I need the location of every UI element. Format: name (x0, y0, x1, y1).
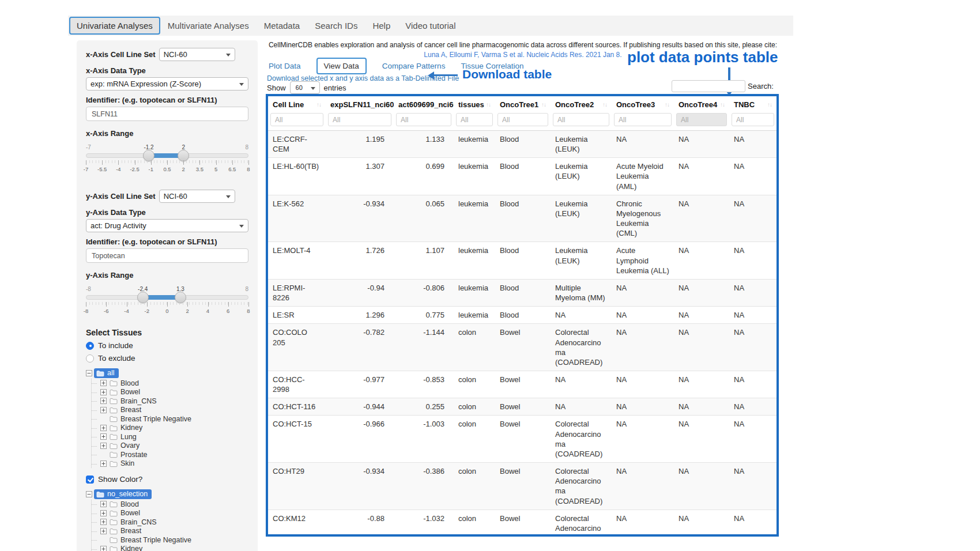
tree-item-breast-triple-negative[interactable]: Breast Triple Negative (100, 535, 248, 545)
cell-onco2: NA (551, 371, 612, 398)
tree-root-node-all[interactable]: all (94, 368, 119, 378)
expand-icon[interactable] (100, 380, 107, 386)
slider-handle-to[interactable] (175, 292, 186, 303)
column-filter-input[interactable] (396, 113, 451, 126)
table-row[interactable]: CO:HCT-15-0.966-1.003colonBowelColorecta… (268, 416, 777, 463)
expand-icon[interactable] (100, 389, 107, 395)
tree-item-breast[interactable]: Breast (100, 406, 248, 415)
column-filter-input[interactable] (270, 113, 323, 126)
table-row[interactable]: LE:SR1.2960.775leukemiaBloodNANANANA (268, 307, 777, 324)
tab-plot-data[interactable]: Plot Data (269, 62, 301, 70)
column-filter-input[interactable] (553, 113, 609, 126)
y-identifier-input[interactable] (86, 248, 248, 263)
table-row[interactable]: CO:KM12-0.88-1.032colonBowelColorectal A… (268, 510, 777, 537)
expand-icon[interactable] (100, 546, 107, 551)
table-row[interactable]: CO:HT29-0.934-0.386colonBowelColorectal … (268, 463, 777, 510)
tree-item-kidney[interactable]: Kidney (100, 545, 248, 551)
sort-icon[interactable]: ↑↓ (665, 101, 669, 108)
entries-select[interactable]: 60 (291, 82, 319, 93)
expand-icon[interactable] (100, 461, 107, 467)
column-filter-input[interactable] (614, 113, 672, 126)
tree-item-prostate[interactable]: Prostate (100, 450, 248, 459)
column-header-tnbc[interactable]: ↑↓TNBC (729, 96, 777, 112)
table-row[interactable]: CO:HCT-116-0.9440.255colonBowelNANANANA (268, 398, 777, 416)
x-data-type-select[interactable]: exp: mRNA Expression (Z-Score) (86, 78, 248, 90)
table-row[interactable]: CO:HCC-2998-0.977-0.853colonBowelNANANAN… (268, 371, 777, 398)
sort-icon[interactable]: ↑↓ (602, 101, 607, 108)
tree-item-bowel[interactable]: Bowel (100, 509, 248, 518)
cell-onco3: NA (612, 307, 674, 324)
search-input[interactable] (672, 80, 745, 92)
expand-icon[interactable] (100, 519, 107, 525)
tree-item-brain-cns[interactable]: Brain_CNS (100, 397, 248, 406)
tree-item-blood[interactable]: Blood (100, 379, 248, 388)
column-header-cell-line[interactable]: ↑↓Cell Line (268, 96, 326, 112)
radio-unselected-icon[interactable] (86, 354, 94, 363)
column-header-oncotree4[interactable]: ↑↓OncoTree4 (674, 96, 729, 112)
column-header-oncotree1[interactable]: ↑↓OncoTree1 (495, 96, 551, 112)
tree-item-lung[interactable]: Lung (100, 432, 248, 441)
expand-icon[interactable] (100, 528, 107, 534)
table-row[interactable]: LE:CCRF-CEM1.1951.133leukemiaBloodLeukem… (268, 131, 777, 158)
tree-item-kidney[interactable]: Kidney (100, 424, 248, 433)
nav-tab-search-ids[interactable]: Search IDs (307, 17, 365, 35)
y-cell-line-set-select[interactable]: NCI-60 (160, 190, 235, 202)
expand-icon[interactable] (100, 510, 107, 516)
column-header-act609699-nci60[interactable]: ↑↓act609699_nci60 (394, 96, 454, 112)
nav-tab-video-tutorial[interactable]: Video tutorial (398, 17, 463, 35)
column-header-tissues[interactable]: ↑↓tissues (454, 96, 495, 112)
column-filter-input[interactable] (676, 113, 727, 126)
sort-icon[interactable]: ↑↓ (541, 101, 546, 108)
column-filter-input[interactable] (732, 113, 774, 126)
y-axis-range-slider[interactable]: -8 8 -2.4 1.3 -8-6-4-202468 (86, 288, 248, 316)
expand-icon[interactable] (100, 433, 107, 440)
radio-to-exclude[interactable]: To exclude (86, 354, 248, 363)
sort-icon[interactable]: ↑↓ (720, 101, 725, 108)
slider-handle-from[interactable] (137, 292, 149, 303)
show-color-row[interactable]: Show Color? (86, 475, 248, 484)
tree-item-breast-triple-negative[interactable]: Breast Triple Negative (100, 414, 248, 424)
collapse-icon[interactable] (86, 491, 92, 497)
column-header-oncotree2[interactable]: ↑↓OncoTree2 (551, 96, 612, 112)
column-filter-input[interactable] (456, 113, 493, 126)
nav-tab-metadata[interactable]: Metadata (257, 17, 308, 35)
x-cell-line-set-select[interactable]: NCI-60 (160, 48, 235, 61)
x-identifier-input[interactable] (86, 107, 248, 121)
nav-tab-multivariate-analyses[interactable]: Multivariate Analyses (160, 17, 257, 35)
nav-tab-univariate-analyses[interactable]: Univariate Analyses (69, 17, 160, 35)
tree-item-blood[interactable]: Blood (100, 500, 248, 509)
table-row[interactable]: LE:RPMI-8226-0.94-0.806leukemiaBloodMult… (268, 279, 777, 306)
table-row[interactable]: LE:MOLT-41.7261.107leukemiaBloodLeukemia… (268, 242, 777, 279)
table-row[interactable]: LE:HL-60(TB)1.3070.699leukemiaBloodLeuke… (268, 158, 777, 195)
slider-handle-to[interactable] (178, 150, 189, 161)
expand-icon[interactable] (100, 425, 107, 431)
tree-item-skin[interactable]: Skin (100, 459, 248, 469)
nav-tab-help[interactable]: Help (365, 17, 398, 35)
tree-root-node-no-selection[interactable]: no_selection (94, 489, 152, 499)
show-color-checkbox[interactable] (86, 475, 94, 484)
tree-item-breast[interactable]: Breast (100, 527, 248, 536)
x-axis-range-slider[interactable]: -7 8 -1.2 2 -7-5.5-4-2.5-10.523.556.58 (86, 146, 248, 175)
tree-item-ovary[interactable]: Ovary (100, 441, 248, 451)
sort-icon[interactable]: ↑↓ (486, 101, 491, 108)
column-filter-input[interactable] (497, 113, 548, 126)
expand-icon[interactable] (100, 443, 107, 449)
tree-item-brain-cns[interactable]: Brain_CNS (100, 518, 248, 527)
expand-icon[interactable] (100, 398, 107, 404)
expand-icon[interactable] (100, 407, 107, 413)
slider-handle-from[interactable] (143, 150, 154, 161)
tab-view-data[interactable]: View Data (316, 58, 367, 74)
column-filter-input[interactable] (328, 113, 391, 126)
tree-item-bowel[interactable]: Bowel (100, 388, 248, 397)
table-row[interactable]: CO:COLO 205-0.782-1.144colonBowelColorec… (268, 324, 777, 371)
y-data-type-select[interactable]: act: Drug Activity (86, 220, 248, 232)
column-header-expslfn11-nci60[interactable]: ↑↓expSLFN11_nci60 (326, 96, 394, 112)
collapse-icon[interactable] (86, 370, 92, 376)
expand-icon[interactable] (100, 501, 107, 507)
radio-selected-icon[interactable] (86, 342, 94, 350)
sort-icon[interactable]: ↑↓ (767, 101, 772, 108)
sort-icon[interactable]: ↑↓ (316, 101, 321, 108)
radio-to-include[interactable]: To include (86, 341, 248, 350)
table-row[interactable]: LE:K-562-0.9340.065leukemiaBloodLeukemia… (268, 195, 777, 242)
column-header-oncotree3[interactable]: ↑↓OncoTree3 (612, 96, 674, 112)
